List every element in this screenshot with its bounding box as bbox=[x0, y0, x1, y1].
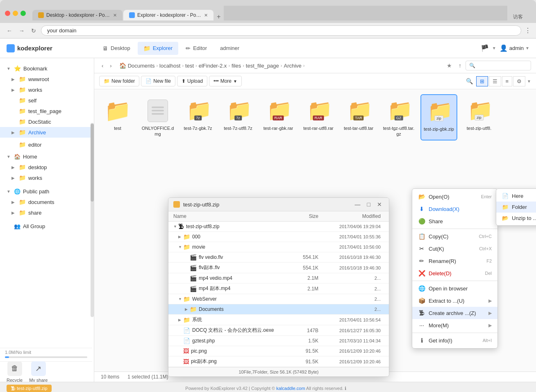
sidebar-action-recycle[interactable]: 🗑 Recycle bbox=[7, 361, 23, 382]
upload-button[interactable]: ⬆ Upload bbox=[177, 76, 207, 86]
ctx-open[interactable]: 📂 Open(O) Enter bbox=[412, 190, 497, 203]
modal-row-mp42[interactable]: 🎬 mp4 副本.mp4 2.1M 2... bbox=[168, 283, 389, 294]
refresh-button[interactable]: ↻ bbox=[30, 27, 38, 35]
bc-files[interactable]: files bbox=[232, 63, 241, 69]
flag-dropdown-icon[interactable]: ▼ bbox=[492, 46, 496, 50]
modal-row-flv2[interactable]: 🎬 flv副本.flv 554.1K 2016/10/18 19:46:30 bbox=[168, 263, 389, 273]
ctx-cut[interactable]: ✂ Cut(K) Ctrl+X bbox=[412, 242, 497, 255]
bookmark-star-button[interactable]: ★ bbox=[444, 61, 454, 70]
file-item-7z-gbk[interactable]: 📁 7z test-7z-gbk.7z bbox=[179, 94, 216, 140]
settings-view-button[interactable]: ⚙ bbox=[513, 76, 525, 86]
user-button[interactable]: 👤 admin ▼ bbox=[500, 44, 529, 52]
file-item-7z-utf8[interactable]: 📁 7z test-7z-utf8.7z bbox=[220, 94, 257, 140]
back-button[interactable]: ← bbox=[5, 27, 14, 35]
footer-link[interactable]: kalcaddle.com bbox=[276, 386, 305, 391]
detail-view-button[interactable]: ≡ bbox=[502, 76, 513, 86]
modal-minimize-button[interactable]: — bbox=[353, 200, 363, 208]
search-view-button[interactable]: 🔍 bbox=[463, 76, 475, 86]
ctx-rename[interactable]: ✏ Rename(R) F2 bbox=[412, 255, 497, 267]
nav-explorer[interactable]: 📁 Explorer bbox=[138, 42, 178, 55]
modal-row-pic2[interactable]: 🖼 pic副本.png 91.5K 2016/12/09 10:20:46 bbox=[168, 356, 389, 367]
modal-row-000[interactable]: ▶ 📁 000 2017/04/01 10:55:36 bbox=[168, 232, 389, 242]
minimize-window-button[interactable] bbox=[13, 11, 18, 16]
maximize-window-button[interactable] bbox=[20, 11, 26, 16]
bc-test[interactable]: test bbox=[185, 63, 194, 69]
ctx-create-archive[interactable]: 🗜 Create archive ...(Z) ▶ bbox=[412, 307, 497, 319]
file-item-rar-gbk[interactable]: 📁 RAR test-rar-gbk.rar bbox=[260, 94, 297, 140]
ctx-share[interactable]: 🟢 Share bbox=[412, 215, 497, 227]
modal-row-root[interactable]: ▼ 🗜 test-zip-utf8.zip 2017/04/06 19:29:0… bbox=[168, 222, 389, 232]
bc-test-file-page[interactable]: test_file_page bbox=[246, 63, 279, 69]
bc-elfinder[interactable]: elFinder-2.x bbox=[199, 63, 227, 69]
modal-close-button[interactable]: ✕ bbox=[375, 200, 384, 208]
row-chevron-documents[interactable]: ▶ bbox=[185, 307, 190, 311]
row-chevron-root[interactable]: ▼ bbox=[173, 224, 178, 229]
ctx-more[interactable]: ··· More(M) ▶ bbox=[412, 319, 497, 331]
modal-row-documents[interactable]: ▶ 📁 Documents 2... bbox=[168, 304, 389, 315]
sidebar-item-home[interactable]: ▼ 🏠 Home bbox=[0, 152, 94, 162]
modal-row-pic[interactable]: 🖼 pic.png 91.5K 2016/12/09 10:20:46 bbox=[168, 346, 389, 356]
nav-editor[interactable]: ✏ Editor bbox=[180, 42, 213, 55]
browser-menu-button[interactable]: ⋮ bbox=[525, 27, 531, 34]
new-folder-button[interactable]: 📁 New folder bbox=[99, 76, 139, 86]
modal-maximize-button[interactable]: □ bbox=[365, 200, 372, 208]
sidebar-item-bookmark[interactable]: ▼ ⭐ Bookmark bbox=[0, 63, 94, 74]
bc-documents[interactable]: Documents bbox=[128, 63, 155, 69]
sidebar-item-docstatic[interactable]: 📁 DocStatic bbox=[0, 116, 94, 127]
sidebar-item-editor[interactable]: 📁 editor bbox=[0, 139, 94, 150]
sub-item-here[interactable]: 📄 Here bbox=[496, 190, 536, 202]
ctx-get-info[interactable]: ℹ Get info(I) Alt+I bbox=[412, 334, 497, 347]
sidebar-item-works-home[interactable]: ▶ 📁 works bbox=[0, 172, 94, 183]
sidebar-scrollbar-thumb[interactable] bbox=[91, 124, 94, 202]
nav-desktop[interactable]: 🖥 Desktop bbox=[97, 42, 136, 55]
file-item-zip-gbk[interactable]: 📁 zip test-zip-gbk.zip bbox=[420, 94, 457, 140]
upload-breadcrumb-button[interactable]: ↑ bbox=[456, 61, 464, 70]
row-chevron-xitong[interactable]: ▶ bbox=[178, 318, 183, 322]
row-chevron-000[interactable]: ▶ bbox=[178, 235, 183, 239]
sidebar-item-group[interactable]: 👥 All Group bbox=[0, 221, 94, 231]
file-item-onlyoffice[interactable]: ONLYOFFICE.dmg bbox=[139, 94, 176, 140]
search-input[interactable] bbox=[466, 61, 531, 70]
file-item-test[interactable]: 📁 test bbox=[99, 94, 136, 140]
tab-explorer[interactable]: Explorer - kodexplorer - Powe... ✕ bbox=[123, 10, 213, 20]
sidebar-item-wwwroot[interactable]: ▶ 📁 wwwroot bbox=[0, 74, 94, 84]
sidebar-item-test-file-page[interactable]: 📁 test_file_page bbox=[0, 106, 94, 116]
modal-row-flv1[interactable]: 🎬 flv vedio.flv 554.1K 2016/10/18 19:46:… bbox=[168, 252, 389, 263]
new-tab-button[interactable]: + bbox=[214, 13, 223, 20]
breadcrumb-back-button[interactable]: ‹ bbox=[99, 61, 106, 70]
forward-button[interactable]: → bbox=[17, 27, 26, 35]
footer-task-zip[interactable]: 🗜 test-zip-utf8.zip bbox=[7, 385, 52, 392]
file-item-rar-utf8[interactable]: 📁 RAR test-rar-utf8.rar bbox=[300, 94, 337, 140]
bc-localhost[interactable]: localhost bbox=[159, 63, 180, 69]
sidebar-scrollbar[interactable] bbox=[91, 123, 94, 317]
bc-archive[interactable]: Archive bbox=[284, 63, 301, 69]
modal-row-movie[interactable]: ▼ 📁 movie 2017/04/01 10:56:00 bbox=[168, 242, 389, 252]
archive-modal[interactable]: test-zip-utf8.zip — □ ✕ Name Size Modifi… bbox=[168, 197, 389, 377]
file-item-tar[interactable]: 📁 TAR test-tar-utf8.tar bbox=[340, 94, 377, 140]
breadcrumb-forward-button[interactable]: › bbox=[107, 61, 114, 70]
tab-close-2[interactable]: ✕ bbox=[204, 13, 208, 18]
modal-row-mp41[interactable]: 🎬 mp4 vedio.mp4 2.1M 2... bbox=[168, 273, 389, 283]
more-button[interactable]: ••• More ▼ bbox=[209, 76, 242, 86]
tab-close-1[interactable]: ✕ bbox=[113, 13, 117, 18]
modal-row-docq[interactable]: 📄 DOCQ 文档云 - 会办公的文档云.oexe 147B 2016/12/2… bbox=[168, 325, 389, 336]
sidebar-item-archive[interactable]: ▶ 📁 Archive bbox=[0, 127, 94, 138]
sidebar-item-desktop-home[interactable]: ▶ 📁 desktop bbox=[0, 162, 94, 172]
modal-row-gztest[interactable]: 📄 gztest.php 1.5K 2017/03/10 11:04:34 bbox=[168, 336, 389, 346]
sidebar-item-share[interactable]: ▶ 📁 share bbox=[0, 207, 94, 218]
row-chevron-webserver[interactable]: ▼ bbox=[178, 297, 183, 301]
sub-item-unzip-to[interactable]: 📂 Unzip to ... bbox=[496, 213, 536, 224]
ctx-open-browser[interactable]: 🌐 Open in browser bbox=[412, 282, 497, 295]
sidebar-item-public[interactable]: ▼ 🌐 Public path bbox=[0, 186, 94, 197]
list-view-button[interactable]: ☰ bbox=[489, 76, 501, 86]
flag-icon[interactable]: 🏴 bbox=[481, 44, 489, 52]
ctx-extract-to[interactable]: 📦 Extract to ...(U) ▶ bbox=[412, 295, 497, 307]
file-item-tgz[interactable]: 📁 GZ test-tgz-utf8.tar.gz bbox=[380, 94, 417, 140]
sidebar-item-self[interactable]: 📁 self bbox=[0, 95, 94, 106]
sidebar-action-share[interactable]: ↗ My share bbox=[29, 361, 48, 382]
ctx-copy[interactable]: 📋 Copy(C) Ctrl+C bbox=[412, 230, 497, 242]
row-chevron-movie[interactable]: ▼ bbox=[178, 245, 183, 249]
nav-adminer[interactable]: adminer bbox=[214, 42, 245, 55]
ctx-download[interactable]: ⬇ Download(X) bbox=[412, 203, 497, 215]
modal-row-xitong[interactable]: ▶ 📁 系统 2017/04/01 10:56:54 bbox=[168, 315, 389, 325]
